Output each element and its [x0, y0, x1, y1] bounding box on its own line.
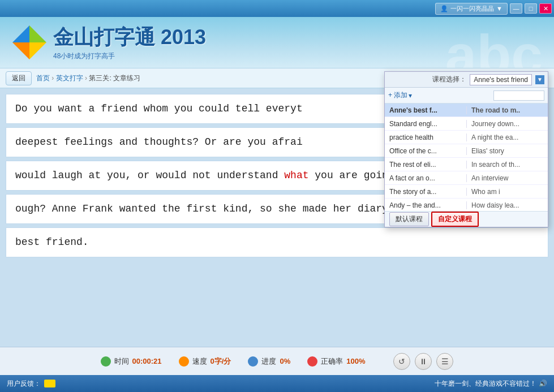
accuracy-value: 100% — [346, 357, 365, 365]
dropdown-item-left-6: The story of a... — [385, 188, 467, 196]
logo-icon — [11, 24, 48, 61]
dropdown-item-right-2: A night the ea... — [467, 133, 548, 141]
speed-icon — [179, 356, 189, 367]
add-button[interactable]: + 添加 ▾ — [388, 91, 412, 100]
progress-value: 0% — [280, 357, 290, 365]
progress-status: 进度 0% — [248, 356, 290, 367]
control-buttons: ↺ ⏸ ☰ — [393, 353, 453, 370]
accuracy-label: 正确率 — [321, 356, 343, 367]
course-selector-label: 课程选择： — [432, 75, 466, 84]
course-selected-value: Anne's best friend — [470, 74, 532, 85]
dropdown-item-right-1: Journey down... — [467, 120, 548, 128]
app-subtitle: 48小时成为打字高手 — [53, 51, 206, 61]
dropdown-item-6[interactable]: The story of a...Who am i — [385, 185, 548, 199]
feedback-label: 用户反馈： — [7, 379, 41, 389]
speed-status: 速度 0字/分 — [179, 356, 231, 367]
breadcrumb-level2: 第三关: 文章练习 — [89, 74, 140, 82]
breadcrumb-level1[interactable]: 英文打字 — [56, 74, 83, 82]
status-bar: 时间 00:00:21 速度 0字/分 进度 0% 正确率 100% ↺ ⏸ ☰ — [0, 347, 554, 375]
svg-marker-3 — [29, 42, 46, 59]
dropdown-item-right-7: How daisy lea... — [467, 201, 548, 209]
dropdown-item-right-3: Elias' story — [467, 147, 548, 155]
dropdown-item-7[interactable]: Andy – the and...How daisy lea... — [385, 199, 548, 211]
dropdown-arrow: ▼ — [496, 5, 503, 12]
dropdown-item-1[interactable]: Standard engl...Journey down... — [385, 117, 548, 131]
feedback-icon[interactable] — [44, 380, 55, 387]
course-arrow-button[interactable]: ▼ — [535, 75, 544, 84]
dropdown-item-left-7: Andy – the and... — [385, 201, 467, 209]
text-line-3a: would laugh at you, or would not underst… — [15, 170, 284, 181]
dropdown-item-left-2: practice health — [385, 133, 467, 141]
dropdown-item-left-5: A fact or an o... — [385, 174, 467, 182]
svg-marker-1 — [29, 25, 46, 42]
progress-icon — [248, 356, 258, 367]
back-button[interactable]: 返回 — [6, 71, 32, 85]
dropdown-item-3[interactable]: Office of the c...Elias' story — [385, 144, 548, 158]
course-dropdown: 课程选择： Anne's best friend ▼ + 添加 ▾ Anne's… — [384, 71, 548, 227]
title-bar: 👤 一闪一闪亮晶晶 ▼ — □ ✕ — [0, 0, 554, 17]
pause-button[interactable]: ⏸ — [415, 353, 432, 370]
replay-button[interactable]: ↺ — [393, 353, 410, 370]
dropdown-item-0[interactable]: Anne's best f...The road to m.. — [385, 104, 548, 117]
close-button[interactable]: ✕ — [539, 3, 552, 14]
accuracy-status: 正确率 100% — [307, 356, 365, 367]
minimize-button[interactable]: — — [510, 3, 522, 14]
dropdown-footer: 默认课程 自定义课程 — [385, 211, 548, 227]
dropdown-item-right-4: In search of th... — [467, 161, 548, 169]
app-title-text: 金山打字通 2013 48小时成为打字高手 — [53, 24, 206, 61]
dropdown-list: Anne's best f...The road to m..Standard … — [385, 104, 548, 211]
maximize-button[interactable]: □ — [525, 3, 537, 14]
breadcrumb-home[interactable]: 首页 — [36, 74, 50, 82]
time-status: 时间 00:00:21 — [101, 356, 162, 367]
course-header-bar: 课程选择： Anne's best friend ▼ — [385, 72, 548, 88]
breadcrumb: 首页 › 英文打字 › 第三关: 文章练习 — [36, 74, 140, 83]
app-name: 金山打字通 2013 — [53, 24, 206, 51]
time-label: 时间 — [114, 356, 129, 367]
user-icon: 👤 — [440, 5, 448, 12]
breadcrumb-sep1: › — [51, 74, 55, 82]
dropdown-item-5[interactable]: A fact or an o...An interview — [385, 171, 548, 185]
accuracy-icon — [307, 356, 317, 367]
header-bg-decoration: abc — [445, 23, 543, 68]
text-line-3-highlight: what — [284, 170, 308, 181]
dropdown-item-4[interactable]: The rest of eli...In search of th... — [385, 158, 548, 171]
speed-value: 0字/分 — [211, 356, 231, 367]
user-label: 一闪一闪亮晶晶 — [450, 5, 494, 13]
default-course-button[interactable]: 默认课程 — [389, 212, 429, 226]
footer-sound: 十年磨一剑、经典游戏不容错过！ 🔊 — [435, 379, 547, 389]
time-value: 00:00:21 — [132, 357, 162, 365]
footer-left: 用户反馈： — [7, 379, 55, 389]
dropdown-item-left-3: Office of the c... — [385, 147, 467, 155]
user-badge: 👤 一闪一闪亮晶晶 ▼ — [435, 3, 508, 15]
svg-marker-2 — [12, 42, 29, 59]
dropdown-item-right-5: An interview — [467, 174, 548, 182]
dropdown-item-right-6: Who am i — [467, 188, 548, 196]
custom-course-button[interactable]: 自定义课程 — [431, 212, 479, 227]
footer: 用户反馈： 十年磨一剑、经典游戏不容错过！ 🔊 — [0, 375, 554, 392]
speed-label: 速度 — [192, 356, 207, 367]
add-label: + 添加 — [388, 91, 407, 100]
time-icon — [101, 356, 111, 367]
footer-right-text: 十年磨一剑、经典游戏不容错过！ — [435, 379, 536, 389]
dropdown-item-right-0: The road to m.. — [467, 106, 548, 114]
progress-label: 进度 — [261, 356, 276, 367]
dropdown-item-left-4: The rest of eli... — [385, 161, 467, 169]
dropdown-item-2[interactable]: practice healthA night the ea... — [385, 131, 548, 144]
svg-marker-0 — [12, 25, 29, 42]
add-arrow-icon: ▾ — [409, 92, 412, 100]
text-block-5: best friend. — [6, 227, 548, 257]
app-header: 金山打字通 2013 48小时成为打字高手 abc — [0, 17, 554, 68]
title-bar-controls: 👤 一闪一闪亮晶晶 ▼ — □ ✕ — [435, 3, 552, 15]
app-logo: 金山打字通 2013 48小时成为打字高手 — [11, 24, 206, 61]
dropdown-item-left-0: Anne's best f... — [385, 106, 467, 114]
dropdown-item-left-1: Standard engl... — [385, 120, 467, 128]
course-search-input[interactable] — [493, 91, 544, 101]
dropdown-toolbar: + 添加 ▾ — [385, 88, 548, 104]
settings-button[interactable]: ☰ — [436, 353, 453, 370]
text-line-5: best friend. — [15, 235, 539, 250]
sound-icon[interactable]: 🔊 — [539, 380, 547, 387]
